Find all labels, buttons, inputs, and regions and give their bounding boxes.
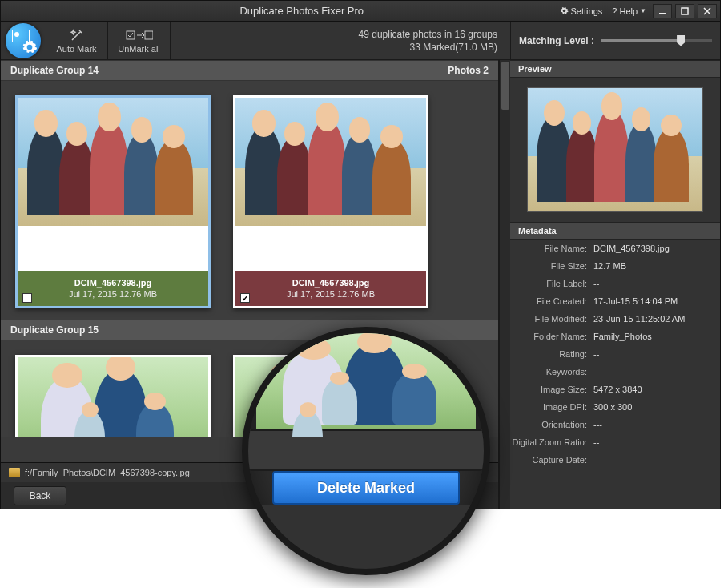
metadata-value: -- bbox=[593, 437, 720, 447]
thumb-filename: DCIM_4567398.jpg bbox=[292, 278, 370, 288]
metadata-key: File Name: bbox=[510, 244, 593, 253]
metadata-key: Capture Date: bbox=[510, 455, 593, 465]
photo-thumbnail[interactable] bbox=[15, 355, 211, 437]
metadata-value: 5472 x 3840 bbox=[593, 385, 720, 394]
group-title: Duplicate Group 14 bbox=[10, 65, 99, 76]
scrollbar[interactable] bbox=[499, 60, 510, 509]
delete-marked-button[interactable]: Delete Marked bbox=[272, 471, 460, 505]
thumb-filename: DCIM_4567398.jpg bbox=[74, 278, 152, 288]
scrollbar-thumb[interactable] bbox=[501, 62, 509, 110]
metadata-row: File Name:DCIM_4567398.jpg bbox=[510, 240, 720, 257]
toolbar: Auto Mark UnMark all 49 duplicate photos… bbox=[1, 22, 720, 60]
sidebar: Preview Metadata File Name:DCIM_4567398.… bbox=[510, 60, 720, 509]
metadata-value: Family_Photos bbox=[593, 332, 720, 341]
preview-title: Preview bbox=[510, 60, 720, 78]
metadata-key: Rating: bbox=[510, 349, 593, 359]
svg-rect-3 bbox=[145, 31, 153, 39]
photo-thumbnail[interactable]: DCIM_4567398.jpg Jul 17, 2015 12.76 MB ✔ bbox=[233, 95, 428, 308]
matching-level-slider[interactable] bbox=[601, 39, 712, 42]
metadata-value: 17-Jul-15 5:14:04 PM bbox=[593, 296, 720, 306]
close-button[interactable] bbox=[698, 4, 717, 18]
metadata-key: Folder Name: bbox=[510, 332, 593, 341]
metadata-value: --- bbox=[593, 420, 720, 429]
metadata-value: -- bbox=[593, 367, 720, 377]
gear-icon bbox=[560, 6, 569, 15]
matching-level-label: Matching Level : bbox=[519, 35, 594, 46]
thumb-meta: Jul 17, 2015 12.76 MB bbox=[69, 289, 157, 299]
metadata-row: Digital Zoom Ratio:-- bbox=[510, 433, 720, 451]
close-icon bbox=[703, 7, 711, 15]
matching-level-control: Matching Level : bbox=[510, 22, 720, 59]
settings-link[interactable]: Settings bbox=[557, 6, 606, 16]
metadata-key: Keywords: bbox=[510, 367, 593, 377]
metadata-key: Image DPI: bbox=[510, 402, 593, 412]
metadata-key: Digital Zoom Ratio: bbox=[510, 437, 593, 447]
metadata-key: File Created: bbox=[510, 296, 593, 306]
gear-icon bbox=[22, 39, 38, 55]
metadata-value: -- bbox=[593, 349, 720, 359]
metadata-key: File Label: bbox=[510, 279, 593, 288]
automark-label: Auto Mark bbox=[56, 44, 96, 54]
folder-icon bbox=[9, 468, 20, 477]
metadata-row: File Modified:23-Jun-15 11:25:02 AM bbox=[510, 310, 720, 328]
svg-rect-0 bbox=[659, 13, 666, 14]
automark-button[interactable]: Auto Mark bbox=[46, 22, 108, 59]
metadata-title: Metadata bbox=[510, 222, 720, 240]
metadata-row: Orientation:--- bbox=[510, 416, 720, 433]
group-header: Duplicate Group 15 bbox=[1, 320, 498, 340]
metadata-value: 300 x 300 bbox=[593, 402, 720, 412]
metadata-row: Keywords:-- bbox=[510, 363, 720, 381]
title-bar: Duplicate Photos Fixer Pro Settings ? He… bbox=[1, 1, 720, 22]
metadata-row: File Created:17-Jul-15 5:14:04 PM bbox=[510, 292, 720, 310]
mark-checkbox[interactable]: ✔ bbox=[240, 293, 250, 303]
unmarkall-label: UnMark all bbox=[118, 44, 160, 54]
metadata-row: Image Size:5472 x 3840 bbox=[510, 381, 720, 398]
group-items: DCIM_4567398.jpg Jul 17, 2015 12.76 MB D… bbox=[1, 81, 498, 320]
photo-thumbnail[interactable]: DCIM_4567398.jpg Jul 17, 2015 12.76 MB bbox=[15, 95, 211, 308]
metadata-value: DCIM_4567398.jpg bbox=[593, 244, 720, 253]
metadata-key: Image Size: bbox=[510, 385, 593, 394]
metadata-table: File Name:DCIM_4567398.jpgFile Size:12.7… bbox=[510, 240, 720, 509]
metadata-key: Orientation: bbox=[510, 420, 593, 429]
group-count: Photos 2 bbox=[448, 65, 489, 76]
metadata-value: 23-Jun-15 11:25:02 AM bbox=[593, 314, 720, 324]
metadata-value: -- bbox=[593, 455, 720, 465]
metadata-value: 12.7 MB bbox=[593, 261, 720, 271]
metadata-key: File Modified: bbox=[510, 314, 593, 324]
stats-line2: 33 Marked(71.0 MB) bbox=[410, 42, 497, 53]
unmark-icon bbox=[126, 30, 153, 41]
preview-image bbox=[527, 87, 703, 212]
group-title: Duplicate Group 15 bbox=[10, 324, 99, 336]
metadata-row: File Label:-- bbox=[510, 275, 720, 292]
app-logo bbox=[1, 22, 46, 59]
slider-thumb[interactable] bbox=[677, 35, 685, 46]
thumb-footer: DCIM_4567398.jpg Jul 17, 2015 12.76 MB bbox=[18, 271, 208, 306]
thumb-meta: Jul 17, 2015 12.76 MB bbox=[287, 289, 375, 299]
stats-panel: 49 duplicate photos in 16 groups 33 Mark… bbox=[171, 22, 510, 59]
minimize-button[interactable] bbox=[653, 4, 672, 18]
back-button[interactable]: Back bbox=[14, 486, 66, 505]
mark-checkbox[interactable] bbox=[22, 293, 32, 303]
app-title: Duplicate Photos Fixer Pro bbox=[47, 5, 557, 17]
metadata-row: Capture Date:-- bbox=[510, 451, 720, 469]
unmarkall-button[interactable]: UnMark all bbox=[108, 22, 171, 59]
chevron-down-icon: ▼ bbox=[640, 7, 646, 14]
metadata-row: Image DPI:300 x 300 bbox=[510, 398, 720, 416]
metadata-key: File Size: bbox=[510, 261, 593, 271]
metadata-row: Rating:-- bbox=[510, 345, 720, 363]
file-path: f:/Family_Photos\DCIM_4567398-copy.jpg bbox=[25, 468, 190, 477]
help-link[interactable]: ? Help ▼ bbox=[609, 6, 650, 16]
preview-panel bbox=[510, 78, 720, 222]
svg-rect-1 bbox=[682, 8, 688, 14]
magnifier-overlay: Delete Marked bbox=[242, 327, 490, 575]
group-header: Duplicate Group 14 Photos 2 bbox=[1, 60, 498, 81]
stats-line1: 49 duplicate photos in 16 groups bbox=[359, 29, 497, 40]
metadata-value: -- bbox=[593, 279, 720, 288]
maximize-icon bbox=[681, 7, 689, 15]
metadata-row: Folder Name:Family_Photos bbox=[510, 328, 720, 345]
minimize-icon bbox=[658, 7, 666, 15]
thumb-footer: DCIM_4567398.jpg Jul 17, 2015 12.76 MB ✔ bbox=[235, 271, 426, 306]
maximize-button[interactable] bbox=[675, 4, 694, 18]
metadata-row: File Size:12.7 MB bbox=[510, 257, 720, 275]
wand-icon bbox=[70, 28, 84, 42]
